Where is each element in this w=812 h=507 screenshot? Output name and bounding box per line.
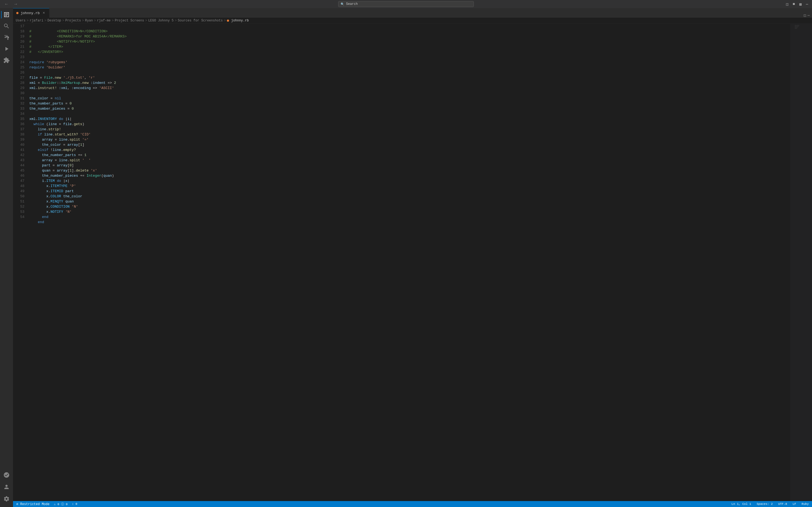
sidebar-item-account[interactable] [1, 482, 12, 492]
tab-bar: johnny.rb × ◫ ⋯ [13, 8, 812, 18]
tab-johnny-rb[interactable]: johnny.rb × [13, 8, 49, 18]
split-editor-right-icon[interactable]: ◫ [804, 13, 806, 18]
breadcrumb-rjafari[interactable]: rjafari [30, 19, 43, 22]
code-line-34: xml.INVENTORY do |i| [29, 117, 72, 121]
code-line-50: x.MINQTY quan [29, 200, 74, 204]
sidebar-item-search[interactable] [1, 21, 12, 32]
title-bar: ← → 🔍 Search ◫ ■ ▩ ⋯ [0, 0, 812, 8]
breadcrumb-filename[interactable]: johnny.rb [231, 19, 249, 22]
code-line-48: x.ITEMID part [29, 189, 74, 193]
status-ln-col[interactable]: Ln 1, Col 1 [730, 502, 752, 506]
code-line-49: x.COLOR the_color [29, 194, 82, 199]
breadcrumb-file-dot [227, 19, 229, 22]
minimap-content: ■■■■■■■■■■■■■■ ■■■■■■■■■■■■■ ■■■■■■■■■■■… [790, 23, 812, 501]
code-line-35: while (line = file.gets) [29, 122, 84, 126]
code-line-20: # </ITEM> [29, 45, 63, 49]
main-layout: johnny.rb × ◫ ⋯ Users > rjafari > Deskto… [0, 8, 812, 507]
nav-buttons: ← → [3, 1, 19, 7]
status-left: ⊘ Restricted Mode ⚠ 0 ⓘ 0 ↕ 0 [15, 502, 78, 507]
sidebar-item-remote[interactable] [1, 469, 12, 481]
search-icon: 🔍 [341, 2, 344, 6]
code-line-40: elsif !line.empty? [29, 148, 76, 152]
activity-bar [0, 8, 13, 507]
code-line-41: the_number_parts += 1 [29, 153, 86, 157]
code-line-42: array = line.split ' ' [29, 158, 91, 162]
code-line-31: the_number_parts = 0 [29, 102, 72, 106]
code-line-46: i.ITEM do |x| [29, 179, 69, 183]
breadcrumb-sources[interactable]: Sources for Screenshots [178, 19, 223, 22]
status-encoding[interactable]: UTF-8 [777, 502, 788, 506]
tab-modified-dot [16, 12, 18, 14]
code-line-54: end [29, 220, 44, 224]
layout2-icon[interactable]: ▩ [798, 1, 803, 7]
code-line-18: # <REMARKS>for MOC AB154A</REMARKS> [29, 35, 127, 39]
code-line-47: x.ITEMTYPE 'P' [29, 184, 76, 188]
back-button[interactable]: ← [3, 1, 10, 7]
more-tab-icon[interactable]: ⋯ [808, 13, 810, 18]
status-errors[interactable]: ⚠ 0 ⓘ 0 [53, 502, 69, 507]
breadcrumb-desktop[interactable]: Desktop [48, 19, 61, 22]
editor-area: johnny.rb × ◫ ⋯ Users > rjafari > Deskto… [13, 8, 812, 507]
code-line-36: line.strip! [29, 127, 61, 131]
code-line-23: require 'rubygems' [29, 60, 67, 64]
code-line-51: x.CONDITION 'N' [29, 205, 78, 209]
layout-icon[interactable]: ■ [792, 1, 796, 7]
breadcrumb: Users > rjafari > Desktop > Projects > R… [13, 18, 812, 23]
forward-button[interactable]: → [12, 1, 19, 7]
tab-close-button[interactable]: × [42, 11, 46, 15]
restricted-mode-icon[interactable]: ⊘ Restricted Mode [15, 502, 51, 507]
code-line-45: the_number_pieces += Integer(quan) [29, 174, 114, 178]
status-spaces[interactable]: Spaces: 2 [756, 502, 774, 506]
code-line-43: part = array[0] [29, 163, 74, 167]
code-line-17: # <CONDITION>N</CONDITION> [29, 29, 108, 34]
status-language[interactable]: Ruby [801, 502, 810, 506]
code-line-39: the_color = array[1] [29, 143, 84, 147]
search-bar[interactable]: 🔍 Search [338, 1, 474, 7]
title-right-icons: ◫ ■ ▩ ⋯ [785, 1, 809, 7]
tab-filename: johnny.rb [21, 11, 40, 15]
code-line-53: end [29, 215, 48, 219]
breadcrumb-project-screens[interactable]: Project Screens [115, 19, 144, 22]
status-no-sync[interactable]: ↕ 0 [71, 502, 78, 506]
breadcrumb-users[interactable]: Users [16, 19, 25, 22]
status-eol[interactable]: LF [791, 502, 797, 506]
code-line-24: require 'builder' [29, 65, 65, 69]
code-line-19: # <NOTIFY>N</NOTIFY> [29, 40, 95, 44]
code-line-26: file = File.new './j5.txt', 'r' [29, 76, 95, 80]
minimap-lines: ■■■■■■■■■■■■■■ ■■■■■■■■■■■■■ ■■■■■■■■■■■… [790, 23, 812, 31]
sidebar-item-run[interactable] [1, 44, 12, 54]
status-bar: ⊘ Restricted Mode ⚠ 0 ⓘ 0 ↕ 0 Ln 1, Col … [13, 501, 812, 507]
line-numbers: 17 18 19 20 21 22 23 24 25 26 27 28 29 3… [13, 23, 26, 501]
code-line-27: xml = Builder::XmlMarkup.new :indent => … [29, 81, 116, 85]
breadcrumb-lego-johnny[interactable]: LEGO Johnny 5 [148, 19, 174, 22]
breadcrumb-ryan[interactable]: Ryan [85, 19, 93, 22]
code-line-32: the_number_pieces = 0 [29, 107, 74, 111]
search-label: Search [346, 2, 358, 6]
status-right: Ln 1, Col 1 Spaces: 2 UTF-8 LF Ruby [730, 502, 810, 506]
breadcrumb-projects[interactable]: Projects [65, 19, 81, 22]
code-line-28: xml.instruct! :xml, :encoding => 'ASCII' [29, 86, 114, 90]
code-editor: 17 18 19 20 21 22 23 24 25 26 27 28 29 3… [13, 23, 812, 501]
code-line-38: array = line.split '=' [29, 137, 89, 142]
code-line-44: quan = array[1].delete 'x' [29, 169, 97, 173]
sidebar-item-extensions[interactable] [1, 55, 12, 66]
code-line-37: if line.start_with? 'CID' [29, 132, 91, 136]
code-line-52: x.NOTIFY 'N' [29, 210, 72, 214]
more-icon[interactable]: ⋯ [805, 1, 809, 7]
breadcrumb-rjaf-me[interactable]: rjaf-me [97, 19, 110, 22]
minimap: ■■■■■■■■■■■■■■ ■■■■■■■■■■■■■ ■■■■■■■■■■■… [790, 23, 812, 501]
code-line-21: # </INVENTORY> [29, 50, 63, 54]
code-content[interactable]: # <CONDITION>N</CONDITION> # <REMARKS>fo… [26, 23, 790, 501]
sidebar-item-settings[interactable] [1, 494, 12, 504]
sidebar-item-source-control[interactable] [1, 32, 12, 43]
tab-right-icons: ◫ ⋯ [804, 13, 812, 18]
split-editor-icon[interactable]: ◫ [785, 1, 789, 7]
sidebar-item-explorer[interactable] [1, 9, 12, 20]
activity-bottom-icons [1, 469, 12, 507]
code-line-30: the_color = nil [29, 96, 61, 100]
